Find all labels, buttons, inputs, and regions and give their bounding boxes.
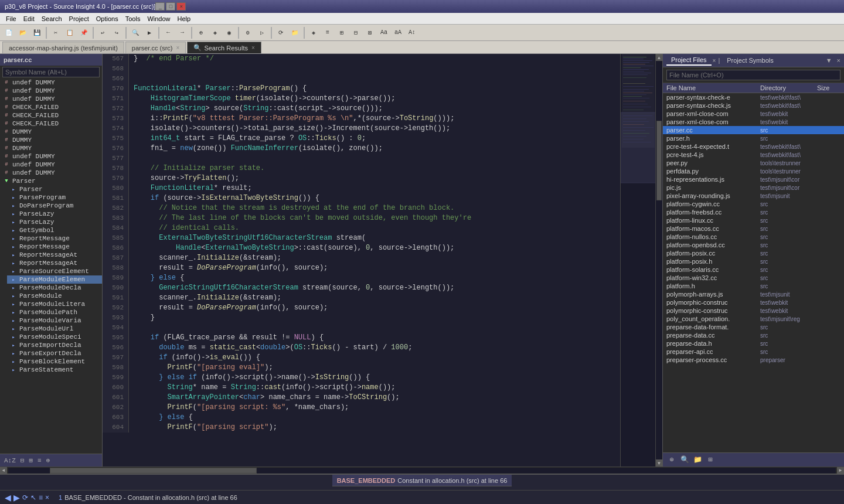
sym-parseblockelement[interactable]: ▸ParseBlockElement [7, 357, 102, 366]
sym-reportmessage-1[interactable]: ▸ReportMessage [7, 234, 102, 243]
sym-parsesourceelement[interactable]: ▸ParseSourceElement [7, 267, 102, 275]
tb-misc7[interactable]: aA [392, 26, 404, 39]
file-row-polymorphic-construc-1[interactable]: polymorphic-construc test\webkit [663, 298, 844, 307]
file-row-platform-nullos[interactable]: platform-nullos.cc src [663, 233, 844, 241]
lp-expand-icon[interactable]: ⊕ [45, 455, 52, 465]
tb-redo[interactable]: ↪ [110, 26, 123, 39]
file-row-pixel-array[interactable]: pixel-array-rounding.js test\mjsunit [663, 192, 844, 200]
file-row-platform-solaris[interactable]: platform-solaris.cc src [663, 265, 844, 274]
tb-misc5[interactable]: ⊠ [363, 26, 376, 39]
file-row-parser-xml-close-1[interactable]: parser-xml-close-com test\webkit [663, 110, 844, 118]
tb-paste[interactable]: 📌 [77, 26, 90, 39]
file-row-parser-syntax-check-js[interactable]: parser-syntax-check.js test\webkit\fast\ [663, 101, 844, 110]
sym-parser[interactable]: ▸Parser [7, 185, 102, 193]
sym-parsemoduledecla[interactable]: ▸ParseModuleDecla [7, 284, 102, 292]
file-row-parser-h[interactable]: parser.h src [663, 134, 844, 142]
file-row-preparse-data-cc[interactable]: preparse-data.cc src [663, 331, 844, 339]
sym-undef-1[interactable]: #undef DUMMY [0, 79, 102, 87]
file-row-platform-linux[interactable]: platform-linux.cc src [663, 216, 844, 224]
col-filename[interactable]: File Name [666, 84, 760, 91]
sym-reportmessage-2[interactable]: ▸ReportMessage [7, 243, 102, 251]
file-row-platform-freebsd[interactable]: platform-freebsd.cc src [663, 208, 844, 216]
sym-parsemoduleurl[interactable]: ▸ParseModuleUrl [7, 325, 102, 333]
tb-proj[interactable]: 📁 [288, 26, 301, 39]
tb-open[interactable]: 📂 [16, 26, 29, 39]
rp-icon-3[interactable]: 📁 [692, 455, 703, 465]
tab-search-results[interactable]: 🔍 Search Results × [187, 42, 261, 53]
col-size[interactable]: Size [817, 84, 840, 91]
file-row-preparser-api[interactable]: preparser-api.cc src [663, 348, 844, 356]
tb-ref[interactable]: ◈ [209, 26, 222, 39]
file-row-poly-count[interactable]: poly_count_operation. test\mjsunit\reg [663, 315, 844, 323]
file-row-platform-cygwin[interactable]: platform-cygwin.cc src [663, 200, 844, 208]
bp-back-icon[interactable]: ◀ [5, 493, 11, 502]
right-panel-close[interactable]: × [837, 57, 840, 64]
tb-misc8[interactable]: A↕ [406, 26, 418, 39]
tb-misc4[interactable]: ⊟ [349, 26, 362, 39]
minimize-button[interactable]: _ [155, 2, 165, 11]
tb-misc1[interactable]: ◈ [307, 26, 320, 39]
file-row-preparser-process[interactable]: preparser-process.cc preparser [663, 356, 844, 364]
menu-project[interactable]: Project [66, 14, 93, 23]
maximize-button[interactable]: □ [166, 2, 175, 11]
sym-dummy-2[interactable]: #DUMMY [0, 136, 102, 144]
sym-undef-2[interactable]: #undef DUMMY [0, 87, 102, 95]
rp-icon-4[interactable]: ⊞ [705, 455, 716, 465]
bp-list-icon[interactable]: ≡ [39, 493, 43, 502]
tb-back[interactable]: ← [162, 26, 175, 39]
sym-undef-4[interactable]: #undef DUMMY [0, 152, 102, 161]
tb-misc2[interactable]: ≡ [321, 26, 334, 39]
symbol-search-input[interactable] [2, 67, 100, 77]
lp-az-icon[interactable]: A↕Z [2, 456, 18, 465]
sym-doparseprogram[interactable]: ▸DoParseProgram [7, 202, 102, 210]
sym-parselazy-2[interactable]: ▸ParseLazy [7, 218, 102, 226]
close-button[interactable]: × [176, 2, 186, 11]
h-scroll-track[interactable] [8, 468, 836, 474]
h-scroll-thumb[interactable] [50, 468, 257, 474]
file-row-platform-h[interactable]: platform.h src [663, 282, 844, 290]
right-panel-dropdown[interactable]: ▼ [826, 57, 832, 64]
tb-decl[interactable]: ◉ [223, 26, 236, 39]
tb-forward[interactable]: → [176, 26, 189, 39]
file-row-hi-representations[interactable]: hi-representations.js test\mjsunit\cor [663, 175, 844, 183]
tb-build[interactable]: ⚙ [241, 26, 254, 39]
file-row-parser-cc[interactable]: parser.cc src [663, 126, 844, 134]
sym-parseexportdecla[interactable]: ▸ParseExportDecla [7, 349, 102, 357]
bp-refresh-icon[interactable]: ⟳ [22, 493, 28, 502]
sym-parsemodulespe[interactable]: ▸ParseModuleSpeci [7, 333, 102, 341]
file-row-platform-openbsd[interactable]: platform-openbsd.cc src [663, 241, 844, 249]
file-row-polymorphic-construc-2[interactable]: polymorphic-construc test\webkit [663, 307, 844, 315]
file-row-platform-win32[interactable]: platform-win32.cc src [663, 274, 844, 282]
tab-parser-close[interactable]: × [176, 45, 180, 51]
sym-check-failed-3[interactable]: #CHECK_FAILED [0, 120, 102, 128]
sym-parsestatement[interactable]: ▸ParseStatement [7, 366, 102, 374]
sym-getsymbol[interactable]: ▸GetSymbol [7, 226, 102, 234]
file-row-pic-js[interactable]: pic.js test\mjsunit\cor [663, 183, 844, 192]
tb-misc3[interactable]: ⊞ [335, 26, 348, 39]
tb-find[interactable]: 🔍 [129, 26, 142, 39]
bp-cursor-icon[interactable]: ↖ [30, 493, 36, 502]
tab-accessor[interactable]: accessor-map-sharing.js (test\mjsunit) [2, 42, 124, 53]
sym-undef-5[interactable]: #undef DUMMY [0, 161, 102, 169]
tab-parser[interactable]: parser.cc (src) × [125, 42, 186, 53]
sym-parselazy-1[interactable]: ▸ParseLazy [7, 210, 102, 218]
menu-window[interactable]: Window [144, 14, 173, 23]
file-row-preparse-data-format[interactable]: preparse-data-format. src [663, 323, 844, 331]
tb-cut[interactable]: ✂ [49, 26, 62, 39]
file-row-pcre-test-4-expected[interactable]: pcre-test-4-expected.t test\webkit\fast\ [663, 142, 844, 151]
lp-filter-icon[interactable]: ⊟ [19, 455, 26, 465]
menu-file[interactable]: File [2, 14, 20, 23]
file-filter-input[interactable] [666, 70, 840, 80]
code-editor[interactable]: 567 } /* end Parser */ 568 569 570 Funct… [103, 54, 620, 466]
file-row-platform-posix-cc[interactable]: platform-posix.cc src [663, 249, 844, 257]
tb-copy[interactable]: 📋 [63, 26, 76, 39]
file-row-parser-xml-close-2[interactable]: parser-xml-close-com test\webkit [663, 118, 844, 126]
tab-search-close[interactable]: × [251, 45, 255, 51]
tb-new[interactable]: 📄 [2, 26, 15, 39]
menu-search[interactable]: Search [38, 14, 66, 23]
right-tab-files-close[interactable]: × [713, 57, 716, 64]
menu-tools[interactable]: Tools [122, 14, 144, 23]
sym-parseimportdecla[interactable]: ▸ParseImportDecla [7, 341, 102, 349]
bp-close-icon[interactable]: × [45, 493, 49, 502]
sym-parsemoduleelement[interactable]: ▸ParseModuleElemen [7, 275, 102, 284]
